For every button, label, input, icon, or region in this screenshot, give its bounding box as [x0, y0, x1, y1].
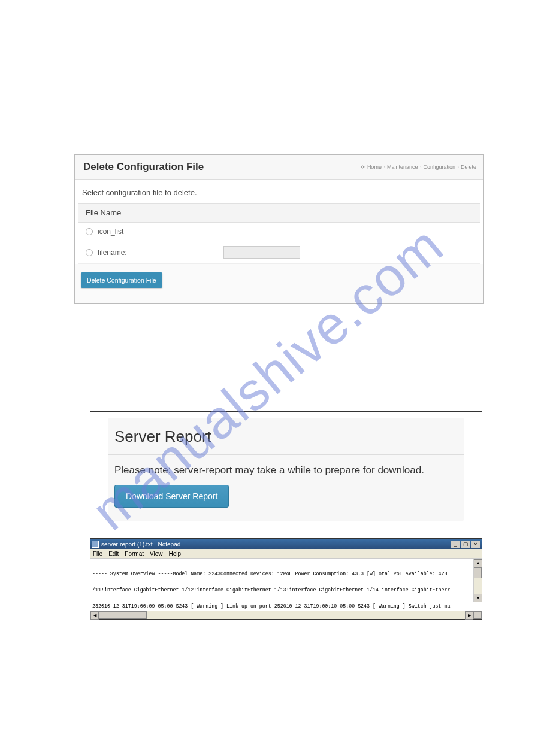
window-titlebar: server-report (1).txt - Notepad _ ▢ × [90, 539, 482, 549]
row-label-filename: filename: [98, 248, 223, 257]
radio-filename[interactable] [86, 249, 93, 256]
notepad-window: server-report (1).txt - Notepad _ ▢ × Fi… [90, 538, 482, 620]
breadcrumb-sep: › [419, 164, 421, 170]
log-line: 232010-12-31T19:00:09-05:00 S243 [ Warni… [92, 603, 473, 609]
notepad-text[interactable]: ----- System Overview -----Model Name: S… [90, 559, 482, 611]
menu-file[interactable]: File [93, 551, 102, 557]
delete-config-panel: Delete Configuration File ⛭ Home › Maint… [74, 154, 484, 304]
breadcrumb-maintenance[interactable]: Maintenance [387, 164, 418, 170]
breadcrumb-sep: › [383, 164, 385, 170]
menu-view[interactable]: View [150, 551, 163, 557]
vertical-scrollbar[interactable]: ▲ ▼ [473, 559, 482, 602]
scroll-corner [473, 611, 482, 619]
scroll-track[interactable] [474, 567, 482, 594]
menu-edit[interactable]: Edit [108, 551, 119, 557]
breadcrumb-configuration[interactable]: Configuration [423, 164, 455, 170]
radio-icon-list[interactable] [86, 228, 93, 235]
scroll-thumb[interactable] [99, 611, 147, 619]
server-report-card: Server Report Please note: server-report… [108, 418, 464, 521]
minimize-button[interactable]: _ [451, 541, 460, 548]
log-line: /11!interface GigabitEthernet 1/12!inter… [92, 587, 473, 593]
server-report-panel: Server Report Please note: server-report… [90, 411, 482, 532]
scroll-thumb[interactable] [474, 567, 482, 578]
breadcrumb-home[interactable]: Home [367, 164, 382, 170]
panel-header: Delete Configuration File ⛭ Home › Maint… [75, 155, 483, 180]
server-report-note: Please note: server-report may take a wh… [108, 455, 464, 485]
log-line: ----- System Overview -----Model Name: S… [92, 571, 473, 576]
window-title: server-report (1).txt - Notepad [101, 541, 450, 548]
notepad-app-icon [92, 541, 99, 548]
notepad-body: ----- System Overview -----Model Name: S… [90, 559, 482, 611]
scroll-track[interactable] [99, 611, 465, 619]
row-label-icon-list: icon_list [98, 227, 223, 236]
table-row: icon_list [78, 223, 480, 241]
scroll-right-icon[interactable]: ▶ [465, 611, 473, 620]
breadcrumb-sep: › [457, 164, 459, 170]
server-report-title: Server Report [108, 418, 464, 455]
home-icon: ⛭ [360, 164, 365, 170]
download-server-report-button[interactable]: Download Server Report [114, 485, 229, 508]
menu-bar: File Edit Format View Help [90, 549, 482, 559]
breadcrumb: ⛭ Home › Maintenance › Configuration › D… [360, 164, 476, 170]
scroll-up-icon[interactable]: ▲ [474, 559, 482, 567]
delete-configuration-button[interactable]: Delete Configuration File [81, 272, 162, 288]
column-header-filename: File Name [78, 203, 480, 223]
instruction-text: Select configuration file to delete. [75, 180, 483, 203]
horizontal-scrollbar[interactable]: ◀ ▶ [90, 611, 482, 619]
panel-footer: Delete Configuration File [75, 264, 483, 303]
maximize-button[interactable]: ▢ [461, 541, 470, 548]
menu-help[interactable]: Help [169, 551, 182, 557]
close-button[interactable]: × [471, 541, 480, 548]
scroll-down-icon[interactable]: ▼ [474, 594, 482, 602]
page-title: Delete Configuration File [83, 161, 204, 173]
table-row: filename: [78, 241, 480, 264]
filename-input[interactable] [223, 246, 300, 259]
menu-format[interactable]: Format [125, 551, 144, 557]
breadcrumb-current: Delete [461, 164, 476, 170]
scroll-left-icon[interactable]: ◀ [90, 611, 99, 620]
